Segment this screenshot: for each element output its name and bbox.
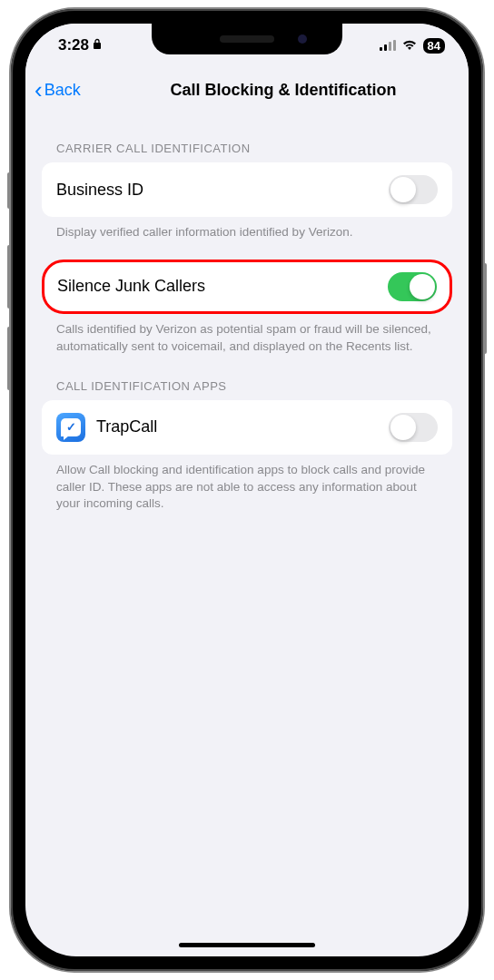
svg-rect-0 [94,43,101,49]
front-camera [298,34,307,44]
volume-down-button [7,327,11,390]
power-button [483,263,487,354]
status-right: 84 [380,38,445,54]
toggle-knob [390,177,416,202]
toggle-knob [390,415,416,440]
toggle-business-id[interactable] [389,175,438,204]
footer-business-id: Display verified caller information iden… [42,217,452,241]
back-button[interactable]: ‹ Back [35,78,81,102]
toggle-knob [410,274,435,299]
battery-indicator: 84 [423,38,445,54]
chevron-left-icon: ‹ [35,78,43,102]
status-time: 3:28 [58,36,89,54]
row-left-trapcall: ✓ TrapCall [56,413,157,442]
settings-content: CARRIER CALL IDENTIFICATION Business ID … [25,113,469,956]
cell-signal-icon [380,40,396,51]
nav-bar: ‹ Back Call Blocking & Identification [25,67,469,113]
trapcall-app-icon: ✓ [56,413,85,442]
back-label: Back [44,81,81,100]
row-silence-junk-callers[interactable]: Silence Junk Callers [42,260,452,314]
row-label-business-id: Business ID [56,181,143,200]
notch [152,24,342,54]
phone-frame: 3:28 84 ‹ Back Call Blocking & Identi [11,9,483,971]
row-business-id[interactable]: Business ID [42,162,452,217]
check-icon: ✓ [66,420,76,434]
footer-silence-junk: Calls identified by Verizon as potential… [42,314,452,356]
notch-speaker [220,35,274,43]
lock-icon [93,38,102,53]
section-header-apps: CALL IDENTIFICATION APPS [42,356,452,400]
home-indicator[interactable] [179,943,315,947]
ringer-switch [7,172,11,209]
page-title: Call Blocking & Identification [107,81,459,100]
wifi-icon [401,38,418,54]
row-label-silence-junk: Silence Junk Callers [57,277,205,296]
section-header-carrier: CARRIER CALL IDENTIFICATION [42,118,452,162]
toggle-trapcall[interactable] [389,413,438,442]
row-trapcall[interactable]: ✓ TrapCall [42,400,452,455]
toggle-silence-junk[interactable] [388,272,437,301]
screen: 3:28 84 ‹ Back Call Blocking & Identi [25,24,469,956]
row-label-trapcall: TrapCall [96,417,157,436]
volume-up-button [7,245,11,309]
status-left: 3:28 [58,36,102,54]
footer-apps: Allow Call blocking and identification a… [42,455,452,514]
